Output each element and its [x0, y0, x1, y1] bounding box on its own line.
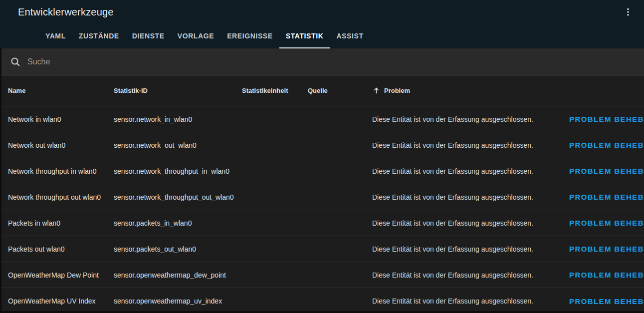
tab-bar: YAML ZUSTÄNDE DIENSTE VORLAGE EREIGNISSE…	[0, 24, 644, 48]
cell-issue: Diese Entität ist von der Erfassung ausg…	[372, 141, 569, 149]
tab-assist[interactable]: ASSIST	[330, 24, 370, 48]
cell-name: Network in wlan0	[8, 115, 114, 123]
column-header-source[interactable]: Quelle	[308, 87, 372, 94]
table-row: Network throughput out wlan0 sensor.netw…	[1, 184, 644, 210]
title-row: Entwicklerwerkzeuge	[0, 0, 644, 24]
table-row: OpenWeatherMap UV Index sensor.openweath…	[1, 288, 644, 313]
tab-vorlage[interactable]: VORLAGE	[171, 24, 220, 48]
search-icon	[9, 56, 21, 68]
page-title: Entwicklerwerkzeuge	[18, 6, 114, 18]
fix-issue-button[interactable]: PROBLEM BEHEBEN	[569, 167, 644, 175]
column-header-issue-label: Problem	[384, 87, 410, 94]
cell-statistic-id: sensor.network_throughput_in_wlan0	[114, 167, 242, 175]
tab-statistik[interactable]: STATISTIK	[279, 24, 330, 48]
fix-issue-button[interactable]: PROBLEM BEHEBEN	[569, 193, 644, 201]
cell-statistic-id: sensor.openweathermap_dew_point	[114, 271, 242, 279]
table-row: OpenWeatherMap Dew Point sensor.openweat…	[1, 262, 644, 288]
sort-ascending-icon	[372, 86, 381, 95]
tab-dienste[interactable]: DIENSTE	[126, 24, 171, 48]
tab-yaml[interactable]: YAML	[39, 24, 72, 48]
table-row: Network throughput in wlan0 sensor.netwo…	[1, 158, 644, 184]
statistics-table: Name Statistik-ID Statistikeinheit Quell…	[1, 75, 644, 311]
cell-name: OpenWeatherMap UV Index	[8, 297, 114, 305]
overflow-menu-button[interactable]	[621, 5, 635, 19]
cell-name: Network out wlan0	[8, 141, 114, 149]
column-header-name[interactable]: Name	[8, 87, 114, 94]
cell-statistic-id: sensor.packets_in_wlan0	[114, 219, 242, 227]
cell-statistic-id: sensor.network_out_wlan0	[114, 141, 242, 149]
cell-issue: Diese Entität ist von der Erfassung ausg…	[372, 271, 569, 279]
search-input[interactable]	[27, 57, 476, 66]
column-header-unit[interactable]: Statistikeinheit	[242, 87, 308, 94]
fix-issue-button[interactable]: PROBLEM BEHEBEN	[569, 141, 644, 149]
cell-statistic-id: sensor.openweathermap_uv_index	[114, 297, 242, 305]
cell-name: Network throughput out wlan0	[8, 193, 114, 201]
table-row: Network out wlan0 sensor.network_out_wla…	[1, 132, 644, 158]
cell-issue: Diese Entität ist von der Erfassung ausg…	[372, 219, 569, 227]
cell-statistic-id: sensor.packets_out_wlan0	[114, 245, 242, 253]
app-header: Entwicklerwerkzeuge YAML ZUSTÄNDE DIENST…	[0, 0, 644, 48]
kebab-menu-icon	[623, 7, 633, 17]
cell-issue: Diese Entität ist von der Erfassung ausg…	[372, 245, 569, 253]
cell-statistic-id: sensor.network_in_wlan0	[114, 115, 242, 123]
table-row: Packets out wlan0 sensor.packets_out_wla…	[1, 236, 644, 262]
cell-issue: Diese Entität ist von der Erfassung ausg…	[372, 193, 569, 201]
cell-statistic-id: sensor.network_throughput_out_wlan0	[114, 193, 242, 201]
column-header-issue[interactable]: Problem	[372, 86, 569, 95]
fix-issue-button[interactable]: PROBLEM BEHEBEN	[569, 219, 644, 227]
cell-issue: Diese Entität ist von der Erfassung ausg…	[372, 167, 569, 175]
fix-issue-button[interactable]: PROBLEM BEHEBEN	[569, 115, 644, 123]
cell-name: Network throughput in wlan0	[8, 167, 114, 175]
cell-issue: Diese Entität ist von der Erfassung ausg…	[372, 115, 569, 123]
table-row: Network in wlan0 sensor.network_in_wlan0…	[1, 106, 644, 132]
tab-ereignisse[interactable]: EREIGNISSE	[220, 24, 279, 48]
cell-name: Packets out wlan0	[8, 245, 114, 253]
cell-issue: Diese Entität ist von der Erfassung ausg…	[372, 297, 569, 305]
table-header-row: Name Statistik-ID Statistikeinheit Quell…	[1, 75, 644, 106]
table-row: Packets in wlan0 sensor.packets_in_wlan0…	[1, 210, 644, 236]
fix-issue-button[interactable]: PROBLEM BEHEBEN	[569, 245, 644, 253]
cell-name: Packets in wlan0	[8, 219, 114, 227]
fix-issue-button[interactable]: PROBLEM BEHEBEN	[569, 271, 644, 279]
search-bar	[1, 48, 644, 75]
fix-issue-button[interactable]: PROBLEM BEHEBEN	[569, 297, 644, 306]
statistics-panel: Name Statistik-ID Statistikeinheit Quell…	[1, 48, 644, 311]
tab-zustaende[interactable]: ZUSTÄNDE	[72, 24, 126, 48]
cell-name: OpenWeatherMap Dew Point	[8, 271, 114, 279]
column-header-statistic-id[interactable]: Statistik-ID	[114, 87, 242, 94]
